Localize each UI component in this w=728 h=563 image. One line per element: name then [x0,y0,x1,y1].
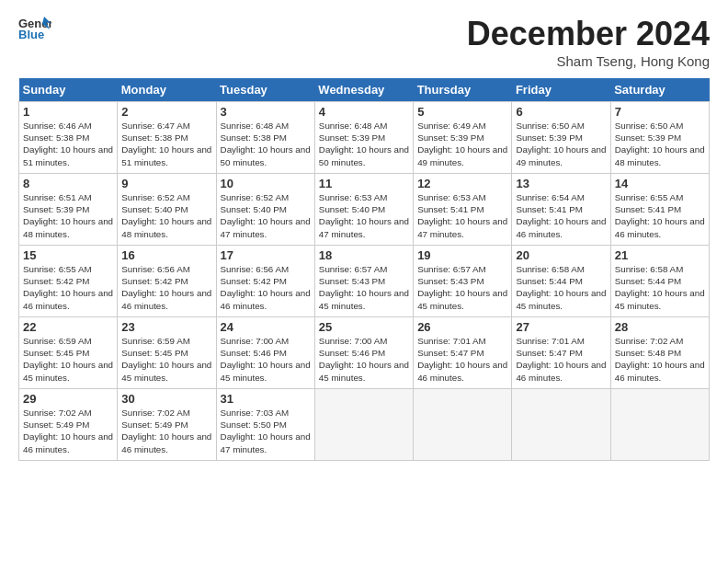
header-monday: Monday [118,78,216,102]
day-number: 16 [121,248,211,262]
calendar-cell: 27Sunrise: 7:01 AM Sunset: 5:47 PM Dayli… [512,317,610,389]
day-info: Sunrise: 6:46 AM Sunset: 5:38 PM Dayligh… [23,120,113,168]
calendar-cell: 4Sunrise: 6:48 AM Sunset: 5:39 PM Daylig… [314,102,413,174]
calendar-cell: 19Sunrise: 6:57 AM Sunset: 5:43 PM Dayli… [414,246,512,317]
day-info: Sunrise: 7:00 AM Sunset: 5:46 PM Dayligh… [319,335,409,384]
day-info: Sunrise: 6:52 AM Sunset: 5:40 PM Dayligh… [221,191,311,240]
calendar-cell: 7Sunrise: 6:50 AM Sunset: 5:39 PM Daylig… [610,102,709,174]
calendar-cell: 21Sunrise: 6:58 AM Sunset: 5:44 PM Dayli… [610,246,709,317]
calendar-cell: 18Sunrise: 6:57 AM Sunset: 5:43 PM Dayli… [314,246,413,317]
day-number: 7 [615,105,705,119]
day-number: 14 [615,177,705,190]
day-number: 23 [121,320,211,334]
calendar-cell: 14Sunrise: 6:55 AM Sunset: 5:41 PM Dayli… [610,174,709,246]
calendar-cell: 23Sunrise: 6:59 AM Sunset: 5:45 PM Dayli… [118,317,216,389]
calendar-cell: 9Sunrise: 6:52 AM Sunset: 5:40 PM Daylig… [118,174,216,246]
day-info: Sunrise: 7:02 AM Sunset: 5:48 PM Dayligh… [615,335,705,384]
month-title: December 2024 [467,15,710,53]
logo-icon: General Blue [18,15,51,40]
day-number: 31 [221,392,311,406]
calendar-cell: 28Sunrise: 7:02 AM Sunset: 5:48 PM Dayli… [610,317,709,389]
header-wednesday: Wednesday [314,78,413,102]
header-sunday: Sunday [19,78,118,102]
day-info: Sunrise: 6:50 AM Sunset: 5:39 PM Dayligh… [516,120,606,168]
day-number: 11 [319,177,409,190]
calendar-cell: 8Sunrise: 6:51 AM Sunset: 5:39 PM Daylig… [19,174,118,246]
day-info: Sunrise: 6:47 AM Sunset: 5:38 PM Dayligh… [121,120,211,168]
calendar-header-row: Sunday Monday Tuesday Wednesday Thursday… [19,78,710,102]
day-number: 5 [417,105,507,119]
day-info: Sunrise: 6:56 AM Sunset: 5:42 PM Dayligh… [221,263,311,312]
day-number: 26 [417,320,507,334]
calendar-cell [610,389,709,461]
calendar-cell: 15Sunrise: 6:55 AM Sunset: 5:42 PM Dayli… [19,246,118,317]
day-number: 20 [516,248,606,262]
day-number: 24 [221,320,311,334]
day-info: Sunrise: 6:51 AM Sunset: 5:39 PM Dayligh… [23,191,113,240]
calendar-cell: 13Sunrise: 6:54 AM Sunset: 5:41 PM Dayli… [512,174,610,246]
calendar-cell: 29Sunrise: 7:02 AM Sunset: 5:49 PM Dayli… [19,389,118,461]
page-header: General Blue December 2024 Sham Tseng, H… [18,15,710,69]
calendar-cell: 17Sunrise: 6:56 AM Sunset: 5:42 PM Dayli… [216,246,314,317]
day-info: Sunrise: 6:58 AM Sunset: 5:44 PM Dayligh… [615,263,705,312]
calendar-cell [512,389,610,461]
calendar-cell: 1Sunrise: 6:46 AM Sunset: 5:38 PM Daylig… [19,102,118,174]
svg-text:Blue: Blue [18,28,44,40]
calendar-cell: 31Sunrise: 7:03 AM Sunset: 5:50 PM Dayli… [216,389,314,461]
header-tuesday: Tuesday [216,78,314,102]
location: Sham Tseng, Hong Kong [467,53,710,69]
day-number: 22 [23,320,113,334]
calendar-cell: 5Sunrise: 6:49 AM Sunset: 5:39 PM Daylig… [414,102,512,174]
calendar-cell: 26Sunrise: 7:01 AM Sunset: 5:47 PM Dayli… [414,317,512,389]
calendar-cell: 11Sunrise: 6:53 AM Sunset: 5:40 PM Dayli… [314,174,413,246]
day-number: 30 [121,392,211,406]
day-info: Sunrise: 6:48 AM Sunset: 5:38 PM Dayligh… [221,120,311,168]
day-info: Sunrise: 6:48 AM Sunset: 5:39 PM Dayligh… [319,120,409,168]
day-info: Sunrise: 6:57 AM Sunset: 5:43 PM Dayligh… [417,263,507,312]
calendar-cell: 2Sunrise: 6:47 AM Sunset: 5:38 PM Daylig… [118,102,216,174]
calendar-week-row: 22Sunrise: 6:59 AM Sunset: 5:45 PM Dayli… [19,317,710,389]
day-info: Sunrise: 6:57 AM Sunset: 5:43 PM Dayligh… [319,263,409,312]
day-number: 27 [516,320,606,334]
day-number: 25 [319,320,409,334]
day-number: 10 [221,177,311,190]
day-number: 1 [23,105,113,119]
day-number: 28 [615,320,705,334]
day-info: Sunrise: 7:00 AM Sunset: 5:46 PM Dayligh… [221,335,311,384]
header-saturday: Saturday [610,78,709,102]
day-info: Sunrise: 6:53 AM Sunset: 5:40 PM Dayligh… [319,191,409,240]
day-info: Sunrise: 6:55 AM Sunset: 5:41 PM Dayligh… [615,191,705,240]
calendar-cell: 22Sunrise: 6:59 AM Sunset: 5:45 PM Dayli… [19,317,118,389]
day-number: 6 [516,105,606,119]
day-number: 9 [121,177,211,190]
calendar-cell: 16Sunrise: 6:56 AM Sunset: 5:42 PM Dayli… [118,246,216,317]
calendar-week-row: 1Sunrise: 6:46 AM Sunset: 5:38 PM Daylig… [19,102,710,174]
day-number: 18 [319,248,409,262]
day-info: Sunrise: 7:02 AM Sunset: 5:49 PM Dayligh… [121,407,211,455]
calendar-table: Sunday Monday Tuesday Wednesday Thursday… [18,78,710,461]
calendar-cell: 3Sunrise: 6:48 AM Sunset: 5:38 PM Daylig… [216,102,314,174]
day-number: 13 [516,177,606,190]
calendar-week-row: 15Sunrise: 6:55 AM Sunset: 5:42 PM Dayli… [19,246,710,317]
day-number: 21 [615,248,705,262]
title-area: December 2024 Sham Tseng, Hong Kong [467,15,710,69]
calendar-cell [314,389,413,461]
header-thursday: Thursday [414,78,512,102]
logo: General Blue [18,15,51,40]
day-info: Sunrise: 6:50 AM Sunset: 5:39 PM Dayligh… [615,120,705,168]
day-number: 15 [23,248,113,262]
calendar-cell: 24Sunrise: 7:00 AM Sunset: 5:46 PM Dayli… [216,317,314,389]
day-info: Sunrise: 7:03 AM Sunset: 5:50 PM Dayligh… [221,407,311,455]
calendar-cell: 30Sunrise: 7:02 AM Sunset: 5:49 PM Dayli… [118,389,216,461]
day-number: 17 [221,248,311,262]
calendar-cell: 20Sunrise: 6:58 AM Sunset: 5:44 PM Dayli… [512,246,610,317]
day-number: 12 [417,177,507,190]
day-info: Sunrise: 6:55 AM Sunset: 5:42 PM Dayligh… [23,263,113,312]
day-number: 29 [23,392,113,406]
day-info: Sunrise: 7:01 AM Sunset: 5:47 PM Dayligh… [417,335,507,384]
day-number: 4 [319,105,409,119]
day-number: 2 [121,105,211,119]
day-info: Sunrise: 6:54 AM Sunset: 5:41 PM Dayligh… [516,191,606,240]
day-info: Sunrise: 6:49 AM Sunset: 5:39 PM Dayligh… [417,120,507,168]
calendar-week-row: 8Sunrise: 6:51 AM Sunset: 5:39 PM Daylig… [19,174,710,246]
